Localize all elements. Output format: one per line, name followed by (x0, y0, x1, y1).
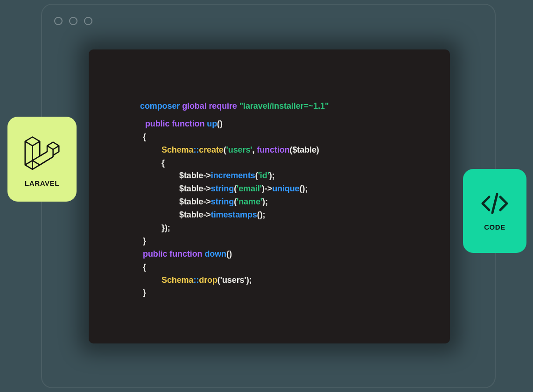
token: up (207, 119, 217, 128)
token: composer (140, 101, 180, 111)
token: $table-> (179, 197, 211, 206)
card-label: LARAVEL (25, 179, 59, 187)
code-line: }); (140, 222, 399, 235)
code-line: public function down() (140, 248, 399, 261)
card-label: CODE (484, 223, 505, 231)
code-line: $table->increments('id'); (140, 169, 399, 182)
code-line: $table->string('name'); (140, 196, 399, 209)
token: create (199, 145, 223, 154)
code-line: composer global require "laravel/install… (140, 100, 399, 113)
token: string (211, 184, 234, 193)
token: $table-> (179, 210, 211, 219)
token: () (217, 119, 223, 128)
window-dot (84, 17, 92, 25)
token: (); (300, 184, 308, 193)
token: :: (193, 275, 199, 285)
card-laravel: LARAVEL (7, 117, 77, 202)
code-line: { (140, 131, 399, 144)
code-line: { (140, 157, 399, 170)
code-icon (480, 191, 510, 216)
code-line: } (140, 235, 399, 248)
token: 'email' (237, 184, 262, 193)
token: down (204, 249, 226, 259)
code-line: } (140, 287, 399, 300)
code-line: Schema::drop('users'); (140, 274, 399, 287)
code-line: { (140, 261, 399, 274)
token: (); (257, 210, 266, 219)
illustration-window: composer global require "laravel/install… (41, 4, 496, 388)
token: ($table) (290, 145, 319, 154)
svg-line-0 (492, 194, 497, 213)
token: increments (211, 171, 255, 180)
card-code: CODE (463, 169, 526, 253)
token: 'users' (220, 275, 246, 285)
token: ); (262, 197, 268, 206)
token: $table-> (179, 184, 211, 193)
token: Schema (161, 145, 193, 154)
token: unique (272, 184, 299, 193)
token: 'id' (258, 171, 269, 180)
token: 'users' (226, 145, 252, 154)
laravel-icon (23, 132, 61, 172)
token: :: (193, 145, 199, 154)
token: ); (246, 275, 252, 285)
code-line: Schema::create('users', function($table) (140, 144, 399, 157)
token: global require (182, 101, 237, 111)
code-line: public function up() (140, 118, 399, 131)
token: Schema (161, 275, 193, 285)
token: )-> (262, 184, 272, 193)
token: $table-> (179, 171, 211, 180)
token: timestamps (211, 210, 257, 219)
window-dot (69, 17, 77, 25)
token: string (211, 197, 234, 206)
token: 'name' (237, 197, 262, 206)
token: public function (145, 119, 204, 128)
code-panel: composer global require "laravel/install… (89, 49, 450, 343)
token: drop (199, 275, 217, 285)
token: "laravel/installer=~1.1" (239, 101, 329, 111)
code-line: $table->string('email')->unique(); (140, 182, 399, 196)
token: function (257, 145, 289, 154)
window-controls (54, 17, 92, 25)
token: () (226, 249, 232, 259)
token: , (252, 145, 257, 154)
token: public function (143, 249, 202, 259)
code-line: $table->timestamps(); (140, 209, 399, 222)
window-dot (54, 17, 63, 25)
token: ); (269, 171, 275, 180)
